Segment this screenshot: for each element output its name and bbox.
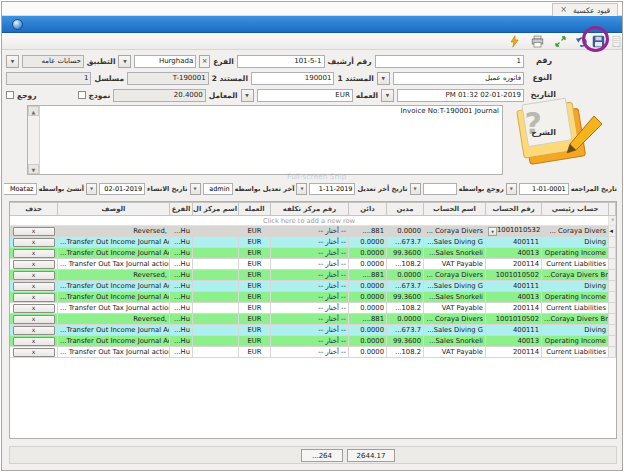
- cell-cost-center-name[interactable]: [193, 336, 239, 347]
- cell-cost-center[interactable]: -- أختار --: [271, 281, 349, 292]
- cell-description[interactable]: ...Transfer Out Income Journal Ac: [58, 281, 170, 292]
- cell-cost-center-name[interactable]: [193, 292, 239, 303]
- cell-account-number[interactable]: 400111: [486, 237, 542, 248]
- delete-row-button[interactable]: x: [13, 238, 55, 247]
- cell-cost-center-name[interactable]: [193, 347, 239, 358]
- cell-account-name[interactable]: VAT Payable: [424, 347, 486, 358]
- add-new-row[interactable]: Click here to add a new row: [10, 216, 609, 226]
- cell-cost-center[interactable]: -- أختار --: [271, 226, 349, 237]
- cell-debit[interactable]: 0.0000: [387, 314, 424, 325]
- tab-close-icon[interactable]: ×: [560, 6, 567, 14]
- serial-field[interactable]: 1: [6, 72, 91, 85]
- cell-description[interactable]: ...Transfer Out Income Journal Ac: [58, 237, 170, 248]
- cell-account-number[interactable]: 1001010502: [486, 270, 542, 281]
- cell-main-account[interactable]: Diving: [542, 237, 609, 248]
- column-header-1[interactable]: رقم الحساب: [486, 203, 542, 216]
- cell-description[interactable]: ...Transfer Out Income Journal Ac: [58, 325, 170, 336]
- cell-account-name[interactable]: ...Sales Diving G: [424, 281, 486, 292]
- cell-account-name[interactable]: ...Sales Diving G: [424, 237, 486, 248]
- cell-currency[interactable]: EUR: [239, 292, 271, 303]
- reviewed-checkbox[interactable]: [6, 91, 14, 99]
- cell-currency[interactable]: EUR: [239, 336, 271, 347]
- delete-row-button[interactable]: x: [13, 337, 55, 346]
- cell-account-number[interactable]: 40013: [486, 248, 542, 259]
- cell-cost-center[interactable]: -- أختار --: [271, 259, 349, 270]
- expand-icon[interactable]: [553, 35, 567, 48]
- cell-credit[interactable]: ....881: [349, 270, 387, 281]
- cell-account-number[interactable]: 200114: [486, 347, 542, 358]
- type-dropdown-icon[interactable]: ▼: [377, 72, 390, 85]
- factor-field[interactable]: 20.4000: [113, 89, 205, 102]
- application-field[interactable]: حسابات عامه: [22, 55, 84, 68]
- cell-cost-center[interactable]: -- أختار --: [271, 336, 349, 347]
- cell-account-name[interactable]: ... Coraya Divers: [424, 314, 486, 325]
- cell-debit[interactable]: 99.3600: [387, 248, 424, 259]
- column-header-3[interactable]: مدين: [387, 203, 424, 216]
- created-date-field[interactable]: 02-01-2019: [99, 183, 145, 195]
- cell-debit[interactable]: ...673.7: [387, 325, 424, 336]
- cell-debit[interactable]: ...673.7: [387, 281, 424, 292]
- cell-debit[interactable]: 0.0000: [387, 226, 424, 237]
- review-date-dropdown-icon[interactable]: ▼: [506, 183, 517, 195]
- scroll-up-icon[interactable]: ▲: [28, 106, 39, 116]
- cell-cost-center-name[interactable]: [193, 325, 239, 336]
- cell-cost-center-name[interactable]: [193, 259, 239, 270]
- cell-credit[interactable]: 0.0000: [349, 292, 387, 303]
- column-header-10[interactable]: حذف: [10, 203, 58, 216]
- cell-description[interactable]: ... Transfer Out Tax Journal action: [58, 303, 170, 314]
- cell-cost-center[interactable]: -- أختار --: [271, 303, 349, 314]
- cell-credit[interactable]: 0.0000: [349, 303, 387, 314]
- document1-field[interactable]: 190001: [251, 72, 334, 85]
- cell-currency[interactable]: EUR: [239, 259, 271, 270]
- cell-currency[interactable]: EUR: [239, 281, 271, 292]
- branch-dropdown-icon[interactable]: ▼: [118, 55, 131, 68]
- cell-cost-center-name[interactable]: [193, 237, 239, 248]
- cell-debit[interactable]: 99.3600: [387, 292, 424, 303]
- archive-number-field[interactable]: 101-5-1: [237, 55, 325, 68]
- cell-currency[interactable]: EUR: [239, 347, 271, 358]
- scroll-down-icon[interactable]: ▼: [28, 164, 39, 174]
- cell-credit[interactable]: 0.0000: [349, 248, 387, 259]
- cell-credit[interactable]: 0.0000: [349, 325, 387, 336]
- cell-account-name[interactable]: ...Sales Snorkeli: [424, 248, 486, 259]
- cell-cost-center-name[interactable]: [193, 281, 239, 292]
- cell-currency[interactable]: EUR: [239, 270, 271, 281]
- cell-account-number[interactable]: 1001010502: [486, 314, 542, 325]
- cell-cost-center-name[interactable]: [193, 314, 239, 325]
- delete-row-button[interactable]: x: [13, 348, 55, 357]
- delete-row-button[interactable]: x: [13, 249, 55, 258]
- cell-main-account[interactable]: Diving: [542, 281, 609, 292]
- cell-description[interactable]: ...Transfer Out Income Journal Ac: [58, 248, 170, 259]
- cell-description[interactable]: Reversed,: [58, 226, 170, 237]
- cell-currency[interactable]: EUR: [239, 248, 271, 259]
- cell-account-number[interactable]: 40013: [486, 292, 542, 303]
- cell-account-number[interactable]: 40013: [486, 336, 542, 347]
- cell-branch[interactable]: ...Hu: [170, 237, 193, 248]
- cell-cost-center[interactable]: -- أختار --: [271, 237, 349, 248]
- cell-account-number[interactable]: 200114: [486, 259, 542, 270]
- cell-main-account[interactable]: Current Liabilities: [542, 347, 609, 358]
- delete-row-button[interactable]: x: [13, 227, 55, 236]
- cell-branch[interactable]: ...Hu: [170, 248, 193, 259]
- cell-credit[interactable]: ....881: [349, 314, 387, 325]
- cell-debit[interactable]: ...673.7: [387, 237, 424, 248]
- delete-row-button[interactable]: x: [13, 271, 55, 280]
- cell-branch[interactable]: ...Hu: [170, 303, 193, 314]
- modified-date-dropdown-icon[interactable]: ▼: [296, 183, 307, 195]
- branch-field[interactable]: Hurghada: [134, 55, 196, 68]
- created-date-dropdown-icon[interactable]: ▼: [86, 183, 97, 195]
- cell-description[interactable]: Reversed,: [58, 270, 170, 281]
- reviewed-by-dropdown-icon[interactable]: ▼: [410, 183, 421, 195]
- edit-icon[interactable]: [609, 35, 623, 48]
- cell-cost-center[interactable]: -- أختار --: [271, 292, 349, 303]
- date-field[interactable]: PM 01:32 02-01-2019: [397, 89, 524, 102]
- column-header-2[interactable]: اسم الحساب: [424, 203, 486, 216]
- cell-account-number[interactable]: 200114: [486, 303, 542, 314]
- cell-main-account[interactable]: ...Coraya Divers Bray: [542, 270, 609, 281]
- column-header-4[interactable]: دائن: [349, 203, 387, 216]
- number-field[interactable]: 1: [375, 55, 524, 68]
- branch-clear-icon[interactable]: ×: [199, 55, 210, 68]
- cell-cost-center[interactable]: -- أختار --: [271, 347, 349, 358]
- cell-cost-center[interactable]: -- أختار --: [271, 270, 349, 281]
- cell-currency[interactable]: EUR: [239, 303, 271, 314]
